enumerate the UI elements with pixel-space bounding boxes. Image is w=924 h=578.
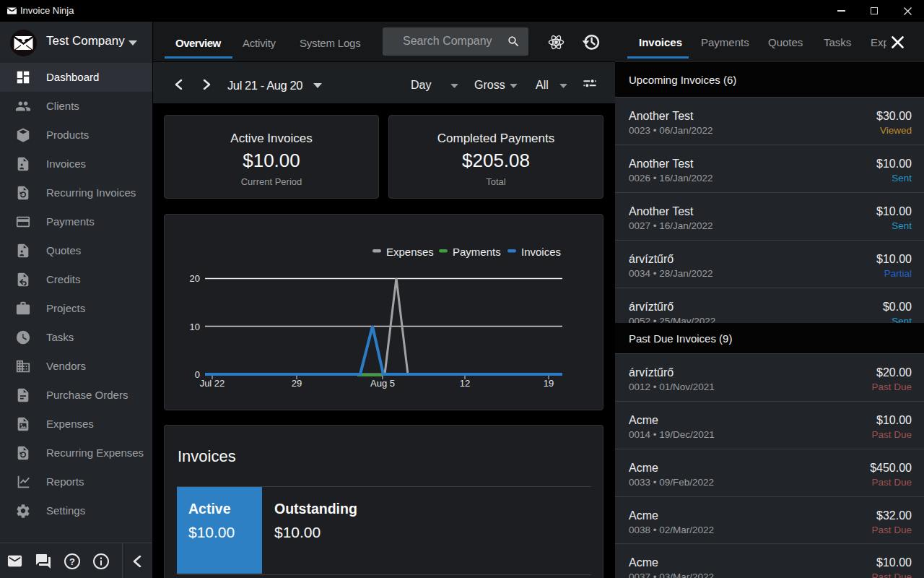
svg-text:Payments: Payments: [453, 246, 501, 258]
svg-text:Expenses: Expenses: [386, 246, 434, 258]
svg-text:12: 12: [460, 378, 470, 389]
svg-text:?: ?: [69, 556, 75, 567]
svg-text:Aug 5: Aug 5: [370, 378, 395, 389]
svg-text:Jul 22: Jul 22: [200, 378, 225, 389]
svg-text:10: 10: [190, 322, 200, 332]
svg-text:29: 29: [292, 378, 302, 389]
svg-text:Invoices: Invoices: [521, 246, 561, 258]
svg-text:19: 19: [544, 378, 554, 389]
svg-text:20: 20: [190, 273, 200, 284]
